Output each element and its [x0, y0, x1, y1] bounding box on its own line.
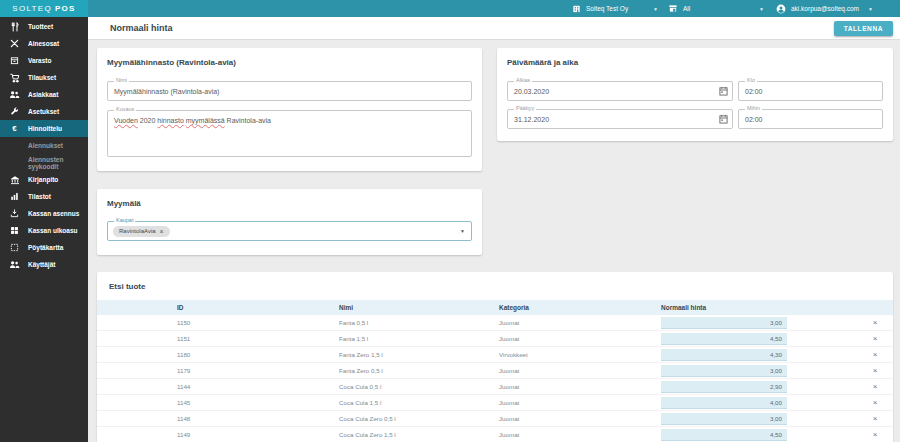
company-dropdown[interactable]: Solteq Test Oy ▼	[572, 4, 668, 13]
inventory-box-icon	[8, 56, 21, 65]
start-time-value: 02:00	[739, 82, 882, 100]
datetime-card-title: Päivämäärä ja aika	[507, 58, 883, 67]
sidebar-item-tilaukset[interactable]: Tilaukset	[0, 69, 88, 86]
price-input[interactable]: 2,90	[661, 381, 787, 393]
page-title: Normaali hinta	[110, 23, 173, 33]
product-table-title: Etsi tuote	[97, 272, 893, 300]
sidebar-item-label: Alennusten syykoodit	[28, 156, 88, 170]
user-avatar-icon	[776, 4, 786, 14]
start-time-field[interactable]: Klo 02:00	[738, 81, 883, 101]
price-input[interactable]: 3,00	[661, 317, 787, 329]
price-input[interactable]: 4,00	[661, 397, 787, 409]
restaurant-icon	[8, 22, 21, 32]
cell-id: 1150	[97, 319, 339, 326]
cell-id: 1149	[97, 431, 339, 438]
price-input[interactable]: 4,50	[661, 429, 787, 441]
sidebar-item-label: Alennukset	[28, 142, 63, 149]
remove-row-icon[interactable]: ×	[857, 430, 893, 439]
cell-nimi: Fanta 1,5 l	[339, 335, 499, 342]
sidebar-item-label: Käyttäjät	[28, 261, 55, 268]
sidebar-item-varasto[interactable]: Varasto	[0, 52, 88, 69]
store-filter-dropdown[interactable]: All ▼	[668, 4, 776, 13]
end-time-field[interactable]: Mihin 02:00	[738, 109, 883, 129]
remove-row-icon[interactable]: ×	[857, 414, 893, 423]
remove-row-icon[interactable]: ×	[857, 334, 893, 343]
cell-kategoria: Juomat	[499, 415, 661, 422]
sidebar-item-label: Asetukset	[28, 108, 59, 115]
sidebar-item-label: Hinnoittelu	[28, 125, 62, 132]
sidebar-item-alennukset[interactable]: Alennukset	[0, 137, 88, 154]
stores-select-label: Kaupat	[114, 218, 135, 224]
end-date-label: Päättyy	[514, 106, 536, 112]
table-row: 1145 Coca Cola 1,5 l Juomat 4,00 ×	[97, 395, 893, 411]
product-table-card: Etsi tuote ID Nimi Kategoria Normaali hi…	[97, 272, 893, 442]
price-input[interactable]: 4,50	[661, 333, 787, 345]
sidebar-item-kassan-asennus[interactable]: Kassan asennus	[0, 205, 88, 222]
store-card-title: Myymälä	[107, 199, 472, 208]
stores-select[interactable]: Kaupat RavintolaAvia × ▼	[107, 221, 472, 241]
table-row: 1144 Coca Cola 0,5 l Juomat 2,90 ×	[97, 379, 893, 395]
price-input[interactable]: 3,00	[661, 413, 787, 425]
wrench-icon	[8, 107, 21, 116]
sidebar-item-asiakkaat[interactable]: Asiakkaat	[0, 86, 88, 103]
start-date-field[interactable]: Alkaa 20.03.2020	[507, 81, 733, 101]
cell-kategoria: Virvokkeet	[499, 351, 661, 358]
column-header-id: ID	[97, 304, 339, 311]
sidebar-item-kayttajat[interactable]: Käyttäjät	[0, 256, 88, 273]
column-header-nimi: Nimi	[339, 304, 499, 311]
table-row: 1150 Fanta 0,5 l Juomat 3,00 ×	[97, 315, 893, 331]
chip-remove-icon[interactable]: ×	[160, 228, 164, 235]
start-time-label: Klo	[745, 78, 757, 84]
description-field[interactable]: Kuvaus Vuoden 2020 hinnasto myymälässä R…	[107, 110, 472, 157]
save-button[interactable]: TALLENNA	[834, 21, 893, 36]
cell-kategoria: Juomat	[499, 335, 661, 342]
sidebar-item-tuotteet[interactable]: Tuotteet	[0, 18, 88, 35]
table-row: 1148 Coca Cola Zero 0,5 l Juomat 3,00 ×	[97, 411, 893, 427]
sidebar-item-label: Kassan asennus	[28, 210, 79, 217]
calendar-icon[interactable]	[719, 86, 728, 96]
sidebar-item-poytakartta[interactable]: Pöytäkartta	[0, 239, 88, 256]
sidebar-item-kirjanpito[interactable]: Kirjanpito	[0, 171, 88, 188]
cell-kategoria: Juomat	[499, 367, 661, 374]
price-input[interactable]: 4,30	[661, 349, 787, 361]
start-date-value: 20.03.2020	[508, 82, 732, 100]
remove-row-icon[interactable]: ×	[857, 382, 893, 391]
select-caret-icon: ▼	[460, 228, 465, 234]
store-chip: RavintolaAvia ×	[113, 226, 170, 237]
sidebar-item-tilastot[interactable]: Tilastot	[0, 188, 88, 205]
column-header-kategoria: Kategoria	[499, 304, 661, 311]
end-date-field[interactable]: Päättyy 31.12.2020	[507, 109, 733, 129]
description-field-label: Kuvaus	[114, 107, 136, 113]
logo-text: SOLTEQ	[12, 4, 52, 13]
sidebar-item-kassan-ulkoasu[interactable]: Kassan ulkoasu	[0, 222, 88, 239]
calendar-icon[interactable]	[719, 114, 728, 124]
cell-nimi: Coca Cola 1,5 l	[339, 399, 499, 406]
cell-kategoria: Juomat	[499, 383, 661, 390]
app-logo: SOLTEQPOS	[0, 0, 88, 17]
remove-row-icon[interactable]: ×	[857, 350, 893, 359]
user-menu[interactable]: aki.korpua@solteq.com ▼	[776, 4, 894, 14]
remove-row-icon[interactable]: ×	[857, 318, 893, 327]
name-field-value: Myymälähinnasto (Ravintola-avia)	[108, 82, 471, 100]
cell-kategoria: Juomat	[499, 319, 661, 326]
sidebar-item-hinnoittelu[interactable]: € Hinnoittelu	[0, 120, 88, 137]
cell-nimi: Fanta 0,5 l	[339, 319, 499, 326]
main-area: Normaali hinta TALLENNA Myymälähinnasto …	[88, 17, 900, 442]
price-input[interactable]: 3,00	[661, 365, 787, 377]
sidebar-item-alennusten-syykoodit[interactable]: Alennusten syykoodit	[0, 154, 88, 171]
sidebar-item-label: Tilaukset	[28, 74, 56, 81]
cell-nimi: Coca Cola 0,5 l	[339, 383, 499, 390]
sidebar-item-ainesosat[interactable]: Ainesosat	[0, 35, 88, 52]
chevron-down-icon: ▼	[759, 6, 764, 12]
install-icon	[8, 209, 21, 218]
table-row: 1151 Fanta 1,5 l Juomat 4,50 ×	[97, 331, 893, 347]
cell-kategoria: Juomat	[499, 431, 661, 438]
remove-row-icon[interactable]: ×	[857, 398, 893, 407]
bank-icon	[8, 175, 21, 185]
remove-row-icon[interactable]: ×	[857, 366, 893, 375]
name-field[interactable]: Nimi Myymälähinnasto (Ravintola-avia)	[107, 81, 472, 101]
users-icon	[8, 260, 21, 269]
user-email: aki.korpua@solteq.com	[791, 5, 859, 12]
sidebar-item-asetukset[interactable]: Asetukset	[0, 103, 88, 120]
bar-chart-icon	[8, 192, 21, 201]
